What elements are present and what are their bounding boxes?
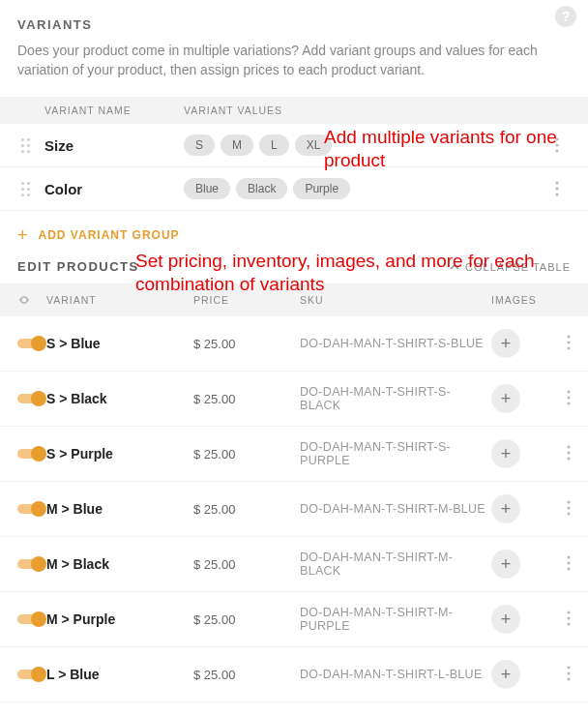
- add-image-button[interactable]: +: [491, 439, 520, 468]
- svg-point-18: [567, 512, 570, 515]
- add-image-button[interactable]: +: [491, 384, 520, 413]
- product-price[interactable]: $ 25.00: [193, 447, 300, 462]
- variant-value-pill[interactable]: M: [220, 134, 253, 156]
- svg-point-15: [567, 457, 570, 460]
- svg-point-10: [567, 390, 570, 393]
- product-sku[interactable]: DO-DAH-MAN-T-SHIRT-L-BLUE: [300, 668, 491, 681]
- add-image-button[interactable]: +: [491, 494, 520, 523]
- product-row: M > Purple $ 25.00 DO-DAH-MAN-T-SHIRT-M-…: [0, 592, 588, 647]
- product-variant-label: M > Purple: [46, 611, 193, 627]
- variant-values: SMLXL: [184, 134, 555, 156]
- chevron-up-icon: [450, 262, 459, 272]
- variant-value-pill[interactable]: L: [259, 134, 289, 156]
- visibility-toggle[interactable]: [17, 501, 43, 517]
- svg-point-20: [567, 561, 570, 564]
- svg-point-2: [555, 150, 558, 153]
- svg-point-1: [555, 144, 558, 147]
- visibility-toggle[interactable]: [17, 611, 43, 627]
- product-price[interactable]: $ 25.00: [193, 392, 300, 406]
- product-sku[interactable]: DO-DAH-MAN-T-SHIRT-M-BLACK: [300, 551, 491, 578]
- svg-point-27: [567, 677, 570, 680]
- visibility-toggle[interactable]: [17, 336, 43, 351]
- variant-value-pill[interactable]: Blue: [184, 178, 230, 199]
- variant-group-row: Size SMLXL: [0, 124, 588, 167]
- product-row: L > Blue $ 25.00 DO-DAH-MAN-T-SHIRT-L-BL…: [0, 647, 588, 702]
- product-sku[interactable]: DO-DAH-MAN-T-SHIRT-M-BLUE: [300, 502, 491, 516]
- product-row: M > Blue $ 25.00 DO-DAH-MAN-T-SHIRT-M-BL…: [0, 482, 588, 537]
- visibility-toggle[interactable]: [17, 391, 43, 406]
- product-row: S > Blue $ 25.00 DO-DAH-MAN-T-SHIRT-S-BL…: [0, 316, 588, 372]
- add-variant-group-button[interactable]: + ADD VARIANT GROUP: [0, 211, 588, 259]
- svg-point-19: [567, 555, 570, 558]
- svg-point-4: [555, 188, 558, 191]
- product-sku[interactable]: DO-DAH-MAN-T-SHIRT-M-PURPLE: [300, 606, 491, 633]
- svg-point-5: [555, 194, 558, 196]
- variant-values: BlueBlackPurple: [184, 178, 555, 199]
- variant-group-name[interactable]: Size: [44, 137, 184, 154]
- variant-group-name[interactable]: Color: [44, 181, 184, 197]
- product-variant-label: M > Black: [46, 556, 193, 572]
- column-images: IMAGES: [491, 294, 549, 306]
- product-price[interactable]: $ 25.00: [193, 502, 300, 517]
- plus-icon: +: [17, 226, 29, 244]
- drag-handle-icon[interactable]: [17, 134, 33, 157]
- product-row-menu-icon[interactable]: [549, 611, 571, 629]
- product-row-menu-icon[interactable]: [549, 666, 571, 684]
- svg-point-23: [567, 616, 570, 619]
- visibility-toggle[interactable]: [17, 446, 43, 462]
- svg-point-26: [567, 671, 570, 674]
- product-row-menu-icon[interactable]: [549, 500, 571, 519]
- product-row: S > Black $ 25.00 DO-DAH-MAN-T-SHIRT-S-B…: [0, 372, 588, 427]
- header-variant-values: VARIANT VALUES: [184, 104, 571, 116]
- product-row-menu-icon[interactable]: [549, 335, 571, 353]
- product-row-menu-icon[interactable]: [549, 555, 571, 574]
- product-variant-label: S > Blue: [46, 336, 193, 351]
- variant-value-pill[interactable]: Purple: [293, 178, 350, 199]
- product-row-menu-icon[interactable]: [549, 390, 571, 408]
- product-row-menu-icon[interactable]: [549, 445, 571, 463]
- product-price[interactable]: $ 25.00: [193, 337, 300, 351]
- product-price[interactable]: $ 25.00: [193, 557, 300, 572]
- visibility-toggle[interactable]: [17, 556, 43, 572]
- variant-row-menu-icon[interactable]: [555, 181, 571, 196]
- product-sku[interactable]: DO-DAH-MAN-T-SHIRT-S-BLUE: [300, 337, 491, 350]
- collapse-table-button[interactable]: COLLAPSE TABLE: [450, 261, 571, 273]
- product-price[interactable]: $ 25.00: [193, 612, 300, 627]
- product-row: M > Black $ 25.00 DO-DAH-MAN-T-SHIRT-M-B…: [0, 537, 588, 592]
- section-description: Does your product come in multiple varia…: [17, 42, 571, 79]
- svg-point-21: [567, 567, 570, 570]
- column-price: PRICE: [193, 294, 300, 306]
- product-variant-label: S > Black: [46, 391, 193, 406]
- variant-value-pill[interactable]: XL: [295, 134, 333, 156]
- product-sku[interactable]: DO-DAH-MAN-T-SHIRT-S-BLACK: [300, 385, 491, 412]
- variant-value-pill[interactable]: S: [184, 134, 215, 156]
- add-image-button[interactable]: +: [491, 550, 520, 579]
- visibility-toggle[interactable]: [17, 667, 43, 682]
- add-variant-group-label: ADD VARIANT GROUP: [39, 228, 180, 242]
- edit-products-title: EDIT PRODUCTS: [17, 259, 139, 274]
- svg-point-17: [567, 506, 570, 509]
- add-image-button[interactable]: +: [491, 660, 520, 689]
- product-sku[interactable]: DO-DAH-MAN-T-SHIRT-S-PURPLE: [300, 440, 491, 467]
- svg-point-22: [567, 611, 570, 613]
- svg-point-12: [567, 402, 570, 404]
- variant-value-pill[interactable]: Black: [236, 178, 287, 199]
- drag-handle-icon[interactable]: [17, 177, 33, 200]
- svg-point-25: [567, 666, 570, 669]
- svg-point-8: [567, 341, 570, 343]
- svg-point-11: [567, 396, 570, 399]
- svg-point-9: [567, 346, 570, 349]
- help-icon[interactable]: ?: [555, 6, 576, 27]
- svg-point-24: [567, 622, 570, 625]
- product-price[interactable]: $ 25.00: [193, 668, 300, 682]
- add-image-button[interactable]: +: [491, 329, 520, 358]
- header-variant-name: VARIANT NAME: [17, 104, 184, 116]
- svg-point-7: [567, 335, 570, 338]
- svg-point-0: [555, 138, 558, 141]
- variant-row-menu-icon[interactable]: [555, 137, 571, 153]
- product-variant-label: L > Blue: [46, 667, 193, 682]
- svg-point-16: [567, 500, 570, 503]
- add-image-button[interactable]: +: [491, 605, 520, 634]
- svg-point-6: [23, 299, 25, 301]
- collapse-table-label: COLLAPSE TABLE: [465, 261, 571, 273]
